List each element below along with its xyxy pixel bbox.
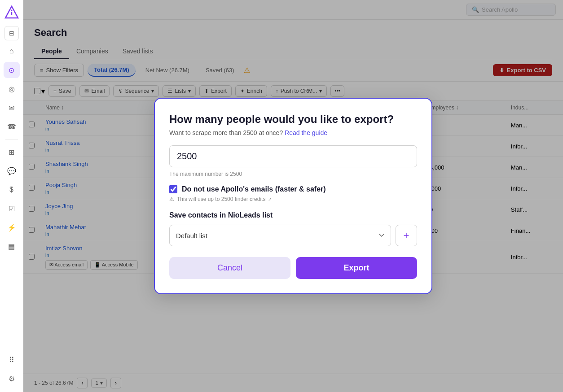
export-modal-button[interactable]: Export <box>296 257 417 279</box>
sidebar-item-contacts[interactable]: ◎ <box>4 81 20 97</box>
sidebar-item-home[interactable]: ⌂ <box>4 43 20 59</box>
sidebar-item-phone[interactable]: ☎ <box>4 118 20 135</box>
save-contacts-title: Save contacts in NioLeads list <box>169 211 417 219</box>
cancel-button[interactable]: Cancel <box>169 257 290 279</box>
list-select-row: Default list + <box>169 225 417 246</box>
sidebar: ⊟ ⌂ ⊙ ◎ ✉ ☎ ⊞ 💬 $ ☑ ⚡ ▤ ⠿ ⚙ <box>0 0 23 392</box>
export-count-input[interactable] <box>169 145 417 167</box>
sidebar-item-chart[interactable]: ▤ <box>4 238 20 254</box>
checkbox-row: Do not use Apollo's emails (faster & saf… <box>169 185 417 193</box>
sidebar-item-calendar[interactable]: ⊞ <box>4 144 20 160</box>
sidebar-item-dollar[interactable]: $ <box>4 182 20 198</box>
no-apollo-emails-checkbox[interactable] <box>169 185 177 193</box>
sidebar-item-grid[interactable]: ⠿ <box>4 352 20 368</box>
sidebar-item-bolt[interactable]: ⚡ <box>4 219 20 235</box>
app-logo[interactable] <box>4 5 19 20</box>
modal-actions: Cancel Export <box>169 257 417 279</box>
sidebar-item-search[interactable]: ⊙ <box>4 62 20 78</box>
modal-title: How many people would you like to export… <box>169 113 417 126</box>
collapse-sidebar-button[interactable]: ⊟ <box>4 26 19 40</box>
svg-point-2 <box>11 10 12 11</box>
checkbox-label: Do not use Apollo's emails (faster & saf… <box>182 185 326 193</box>
read-guide-link[interactable]: Read the guide <box>285 129 327 136</box>
main-content: 🔍 Search Apollo Search People Companies … <box>23 0 563 392</box>
finder-credits-note: ⚠ This will use up to 2500 finder credit… <box>169 196 417 202</box>
modal-max-hint: The maximum number is 2500 <box>169 171 417 177</box>
sidebar-item-settings[interactable]: ⚙ <box>4 370 20 387</box>
external-link-icon: ↗ <box>268 197 272 202</box>
list-dropdown[interactable]: Default list <box>169 225 391 246</box>
sidebar-item-tasks[interactable]: ☑ <box>4 200 20 217</box>
add-list-button[interactable]: + <box>396 225 417 246</box>
sidebar-item-chat[interactable]: 💬 <box>4 163 20 179</box>
export-modal: How many people would you like to export… <box>154 98 432 294</box>
modal-subtitle: Want to scrape more than 2500 at once? R… <box>169 129 417 136</box>
warning-small-icon: ⚠ <box>169 196 174 202</box>
sidebar-divider <box>5 139 18 139</box>
sidebar-item-mail[interactable]: ✉ <box>4 100 20 116</box>
modal-overlay: How many people would you like to export… <box>23 0 563 392</box>
